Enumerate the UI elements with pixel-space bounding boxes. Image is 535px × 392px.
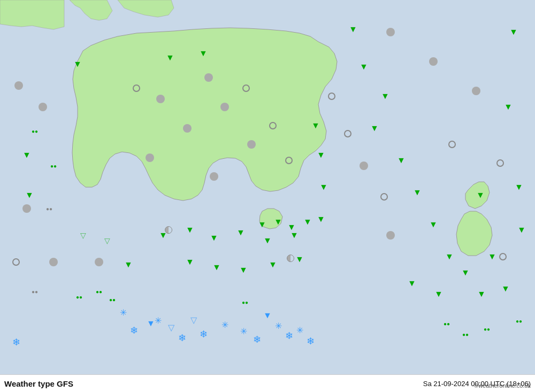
- weather-symbol: [386, 231, 395, 240]
- weather-symbol: ▼: [236, 228, 245, 237]
- weather-symbol: ▼: [210, 233, 218, 243]
- weather-symbol: [14, 81, 23, 90]
- weather-symbol: ▼: [274, 217, 282, 227]
- weather-symbol: [156, 95, 165, 103]
- weather-symbol: [344, 130, 351, 137]
- weather-symbol: ▼: [501, 284, 510, 294]
- weather-symbol: ▼: [408, 279, 416, 288]
- weather-symbol: [204, 73, 213, 82]
- weather-symbol: [220, 103, 229, 111]
- weather-symbol-snow: ✳: [275, 322, 282, 330]
- weather-symbol: [499, 253, 507, 260]
- weather-symbol: ▼: [476, 190, 485, 200]
- weather-symbol: ▼: [303, 217, 312, 227]
- weather-symbol: ▼: [239, 265, 248, 275]
- weather-symbol: ▽: [80, 231, 86, 240]
- weather-symbol-snow: ✳: [120, 309, 127, 317]
- weather-symbol: [95, 258, 103, 266]
- weather-symbol: ▼: [73, 59, 82, 69]
- weather-symbol: ▼: [349, 25, 357, 34]
- weather-symbol-snow: ❄: [130, 326, 138, 335]
- weather-symbol: ●●: [46, 206, 52, 212]
- weather-symbol: ▼: [212, 263, 221, 272]
- weather-symbol-snow: ✳: [155, 317, 162, 325]
- weather-symbol: ▼: [445, 252, 454, 262]
- weather-symbol: [247, 140, 256, 149]
- weather-symbol: ▼: [317, 150, 325, 160]
- weather-symbol: ▼: [477, 289, 486, 299]
- weather-symbol: ▼: [360, 62, 368, 72]
- weather-symbol: ▼: [25, 190, 34, 200]
- weather-symbol: [328, 93, 335, 100]
- weather-symbol: ●●: [76, 294, 82, 300]
- weather-symbol: [39, 103, 47, 111]
- weather-symbol: [287, 255, 294, 262]
- weather-symbol: [448, 141, 456, 148]
- weather-symbol: ▼: [509, 27, 518, 37]
- weather-symbol: ●●: [516, 318, 522, 324]
- weather-symbol: [49, 258, 58, 266]
- weather-symbol: ●●: [242, 299, 248, 305]
- weather-symbol: ▼: [159, 230, 167, 240]
- weather-symbol: ▼: [461, 268, 470, 278]
- weather-symbol: ●●: [109, 297, 116, 303]
- weather-symbol: [183, 124, 192, 133]
- weather-symbol: ●●: [96, 289, 102, 295]
- weather-symbol: ▼: [429, 220, 438, 229]
- weather-symbol: [242, 84, 250, 92]
- weather-symbol-snow: ❄: [178, 333, 186, 343]
- weather-symbol: [360, 162, 368, 170]
- weather-symbol: ●●: [32, 128, 38, 134]
- map-container: ▼ ▼ ▼ ▼ ▼ ▼ ▼ ▼ ▼ ▼ ▼ ▼ ▼ ▼ ▼ ▼ ▼ ▼ ▼ ▼ …: [0, 0, 535, 392]
- weather-symbol: ▽: [104, 236, 110, 245]
- weather-symbol: ▼: [269, 260, 277, 270]
- weather-symbol: ▼: [317, 214, 325, 224]
- weather-symbol: [146, 153, 154, 162]
- weather-symbol: [386, 28, 395, 36]
- status-bar: Weather type GFS Sa 21-09-2024 00:00 UTC…: [0, 374, 535, 392]
- weather-symbol: [380, 193, 388, 201]
- weather-symbol: ▼: [319, 182, 328, 192]
- weather-symbol-rain: ▽: [190, 315, 197, 325]
- weather-symbol: ▼: [258, 220, 266, 229]
- weather-symbol: ▼: [295, 255, 304, 264]
- weather-symbol: [496, 159, 504, 167]
- weather-symbol: ▼: [488, 252, 496, 262]
- weather-symbol-snow: ❄: [12, 337, 20, 347]
- weather-symbol: ●●: [484, 326, 490, 332]
- weather-symbol: ▼: [186, 257, 194, 267]
- weather-symbol-snow: ❄: [253, 335, 261, 344]
- weather-symbol: ▼: [370, 124, 379, 133]
- weather-symbol: ▼: [434, 289, 443, 299]
- weather-symbol: [429, 57, 438, 66]
- weather-symbol: ▼: [311, 121, 320, 130]
- map-title: Weather type GFS: [4, 379, 73, 388]
- weather-symbol: ▼: [287, 222, 296, 232]
- weather-symbol: ▼: [504, 102, 513, 112]
- weather-symbol: [269, 122, 277, 129]
- weather-symbol: ●●: [444, 321, 450, 327]
- weather-symbol: ▼: [413, 188, 422, 197]
- weather-symbol: ▼: [22, 150, 31, 160]
- weather-symbol: [285, 157, 293, 164]
- weather-symbol-snow: ✳: [221, 321, 228, 329]
- weather-symbol: ▼: [124, 260, 133, 270]
- weather-symbol: ▼: [263, 236, 272, 245]
- weather-symbol: ▼: [397, 156, 406, 165]
- weather-symbol-snow: ✳: [240, 327, 247, 336]
- weather-symbol: ▼: [166, 53, 174, 63]
- weather-symbol: ▼: [515, 182, 523, 192]
- weather-symbol: [133, 84, 140, 92]
- weather-symbol: ●●: [50, 163, 57, 169]
- weather-symbol: ▼: [199, 49, 208, 58]
- weather-symbol-snow: ❄: [200, 329, 208, 339]
- weather-symbol-snow: ❄: [285, 331, 293, 341]
- weather-symbol-rain: ▼: [147, 319, 155, 328]
- weather-symbol-rain: ▼: [263, 311, 272, 320]
- weather-symbol: [22, 204, 31, 213]
- weather-symbol: [12, 258, 20, 266]
- weather-symbol: ▼: [381, 91, 389, 101]
- watermark: ©weatheronline.co.uk: [474, 382, 531, 389]
- weather-symbol-snow: ❄: [307, 336, 315, 346]
- weather-symbol: ▼: [186, 225, 194, 235]
